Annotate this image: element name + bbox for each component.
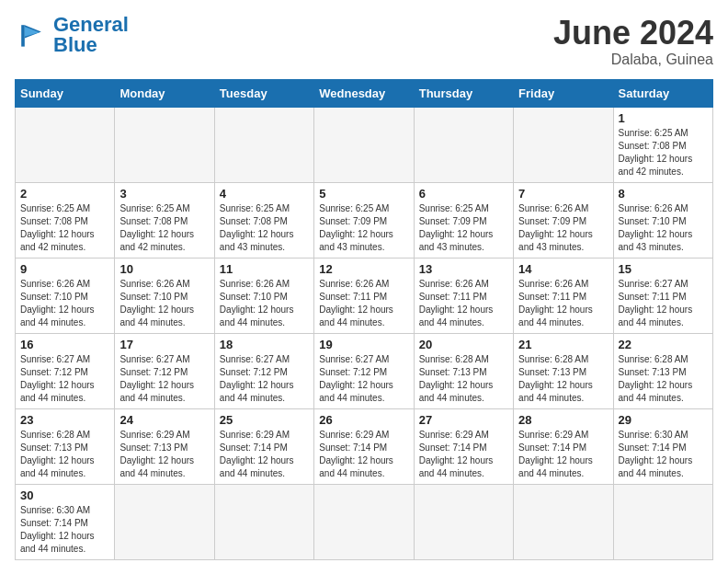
day-number: 6 — [419, 187, 508, 201]
weekday-header-friday: Friday — [514, 79, 613, 107]
day-info: Sunrise: 6:27 AM Sunset: 7:11 PM Dayligh… — [619, 278, 708, 329]
calendar-day: 27Sunrise: 6:29 AM Sunset: 7:14 PM Dayli… — [414, 408, 513, 484]
calendar-day — [115, 107, 214, 182]
day-info: Sunrise: 6:29 AM Sunset: 7:14 PM Dayligh… — [220, 429, 309, 480]
day-number: 28 — [518, 413, 608, 427]
calendar-table: SundayMondayTuesdayWednesdayThursdayFrid… — [15, 79, 713, 560]
calendar-day: 15Sunrise: 6:27 AM Sunset: 7:11 PM Dayli… — [613, 258, 712, 333]
weekday-header-wednesday: Wednesday — [314, 79, 414, 107]
day-info: Sunrise: 6:25 AM Sunset: 7:08 PM Dayligh… — [619, 127, 708, 178]
day-number: 26 — [319, 413, 408, 427]
day-info: Sunrise: 6:26 AM Sunset: 7:10 PM Dayligh… — [619, 202, 708, 254]
day-number: 25 — [220, 413, 309, 427]
weekday-header-tuesday: Tuesday — [214, 79, 313, 107]
day-info: Sunrise: 6:29 AM Sunset: 7:13 PM Dayligh… — [119, 429, 209, 480]
calendar-week-row: 30Sunrise: 6:30 AM Sunset: 7:14 PM Dayli… — [16, 484, 713, 559]
day-info: Sunrise: 6:27 AM Sunset: 7:12 PM Dayligh… — [119, 353, 209, 405]
calendar-day — [214, 484, 313, 559]
generalblue-logo-icon — [15, 18, 48, 52]
calendar-day: 8Sunrise: 6:26 AM Sunset: 7:10 PM Daylig… — [613, 182, 712, 258]
weekday-header-saturday: Saturday — [613, 79, 712, 107]
day-number: 21 — [518, 338, 608, 351]
calendar-header: SundayMondayTuesdayWednesdayThursdayFrid… — [16, 79, 713, 107]
calendar-day: 26Sunrise: 6:29 AM Sunset: 7:14 PM Dayli… — [314, 408, 414, 484]
title-block: June 2024 Dalaba, Guinea — [553, 15, 713, 68]
calendar-week-row: 2Sunrise: 6:25 AM Sunset: 7:08 PM Daylig… — [16, 182, 713, 258]
day-number: 24 — [119, 413, 209, 427]
calendar-day: 29Sunrise: 6:30 AM Sunset: 7:14 PM Dayli… — [613, 408, 712, 484]
calendar-day: 28Sunrise: 6:29 AM Sunset: 7:14 PM Dayli… — [514, 408, 613, 484]
calendar-week-row: 16Sunrise: 6:27 AM Sunset: 7:12 PM Dayli… — [16, 333, 713, 408]
day-info: Sunrise: 6:27 AM Sunset: 7:12 PM Dayligh… — [319, 353, 408, 405]
day-number: 1 — [619, 111, 708, 125]
day-number: 15 — [619, 262, 708, 276]
weekday-header-row: SundayMondayTuesdayWednesdayThursdayFrid… — [16, 79, 713, 107]
day-info: Sunrise: 6:26 AM Sunset: 7:10 PM Dayligh… — [119, 278, 209, 329]
day-info: Sunrise: 6:25 AM Sunset: 7:08 PM Dayligh… — [119, 202, 209, 254]
day-number: 29 — [619, 413, 708, 427]
logo: General Blue — [15, 15, 129, 55]
calendar-day: 12Sunrise: 6:26 AM Sunset: 7:11 PM Dayli… — [314, 258, 414, 333]
day-info: Sunrise: 6:28 AM Sunset: 7:13 PM Dayligh… — [419, 353, 508, 405]
calendar-day: 25Sunrise: 6:29 AM Sunset: 7:14 PM Dayli… — [214, 408, 313, 484]
day-number: 27 — [419, 413, 508, 427]
day-info: Sunrise: 6:30 AM Sunset: 7:14 PM Dayligh… — [20, 504, 109, 556]
calendar-week-row: 9Sunrise: 6:26 AM Sunset: 7:10 PM Daylig… — [16, 258, 713, 333]
calendar-day — [314, 484, 414, 559]
day-number: 9 — [20, 262, 109, 276]
day-number: 20 — [419, 338, 508, 351]
day-number: 7 — [518, 187, 608, 201]
day-number: 14 — [518, 262, 608, 276]
day-info: Sunrise: 6:25 AM Sunset: 7:08 PM Dayligh… — [220, 202, 309, 254]
month-year: June 2024 — [553, 15, 713, 52]
calendar-day: 7Sunrise: 6:26 AM Sunset: 7:09 PM Daylig… — [514, 182, 613, 258]
weekday-header-monday: Monday — [115, 79, 214, 107]
calendar-day: 21Sunrise: 6:28 AM Sunset: 7:13 PM Dayli… — [514, 333, 613, 408]
calendar-day: 13Sunrise: 6:26 AM Sunset: 7:11 PM Dayli… — [414, 258, 513, 333]
day-info: Sunrise: 6:28 AM Sunset: 7:13 PM Dayligh… — [20, 429, 109, 480]
calendar-day: 24Sunrise: 6:29 AM Sunset: 7:13 PM Dayli… — [115, 408, 214, 484]
day-info: Sunrise: 6:26 AM Sunset: 7:11 PM Dayligh… — [518, 278, 608, 329]
day-info: Sunrise: 6:30 AM Sunset: 7:14 PM Dayligh… — [619, 429, 708, 480]
day-info: Sunrise: 6:29 AM Sunset: 7:14 PM Dayligh… — [319, 429, 408, 480]
calendar-week-row: 23Sunrise: 6:28 AM Sunset: 7:13 PM Dayli… — [16, 408, 713, 484]
logo-text: General Blue — [53, 15, 129, 55]
day-number: 4 — [220, 187, 309, 201]
calendar-week-row: 1Sunrise: 6:25 AM Sunset: 7:08 PM Daylig… — [16, 107, 713, 182]
day-number: 22 — [619, 338, 708, 351]
day-info: Sunrise: 6:25 AM Sunset: 7:08 PM Dayligh… — [20, 202, 109, 254]
calendar-day: 1Sunrise: 6:25 AM Sunset: 7:08 PM Daylig… — [613, 107, 712, 182]
day-number: 8 — [619, 187, 708, 201]
calendar-day: 18Sunrise: 6:27 AM Sunset: 7:12 PM Dayli… — [214, 333, 313, 408]
day-info: Sunrise: 6:26 AM Sunset: 7:11 PM Dayligh… — [419, 278, 508, 329]
day-info: Sunrise: 6:29 AM Sunset: 7:14 PM Dayligh… — [518, 429, 608, 480]
day-info: Sunrise: 6:27 AM Sunset: 7:12 PM Dayligh… — [220, 353, 309, 405]
header: General Blue June 2024 Dalaba, Guinea — [15, 15, 713, 68]
calendar-day — [314, 107, 414, 182]
day-number: 13 — [419, 262, 508, 276]
svg-rect-3 — [21, 25, 25, 46]
day-number: 17 — [119, 338, 209, 351]
day-number: 18 — [220, 338, 309, 351]
calendar-day — [115, 484, 214, 559]
day-info: Sunrise: 6:26 AM Sunset: 7:10 PM Dayligh… — [20, 278, 109, 329]
calendar-day: 4Sunrise: 6:25 AM Sunset: 7:08 PM Daylig… — [214, 182, 313, 258]
day-number: 2 — [20, 187, 109, 201]
calendar-day — [16, 107, 115, 182]
day-number: 23 — [20, 413, 109, 427]
day-info: Sunrise: 6:26 AM Sunset: 7:10 PM Dayligh… — [220, 278, 309, 329]
page: General Blue June 2024 Dalaba, Guinea Su… — [0, 0, 728, 563]
weekday-header-thursday: Thursday — [414, 79, 513, 107]
day-number: 10 — [119, 262, 209, 276]
calendar-day: 6Sunrise: 6:25 AM Sunset: 7:09 PM Daylig… — [414, 182, 513, 258]
calendar-day — [514, 484, 613, 559]
calendar-day — [613, 484, 712, 559]
day-info: Sunrise: 6:25 AM Sunset: 7:09 PM Dayligh… — [419, 202, 508, 254]
calendar-day: 3Sunrise: 6:25 AM Sunset: 7:08 PM Daylig… — [115, 182, 214, 258]
calendar-day: 23Sunrise: 6:28 AM Sunset: 7:13 PM Dayli… — [16, 408, 115, 484]
calendar-day: 10Sunrise: 6:26 AM Sunset: 7:10 PM Dayli… — [115, 258, 214, 333]
day-info: Sunrise: 6:25 AM Sunset: 7:09 PM Dayligh… — [319, 202, 408, 254]
day-number: 16 — [20, 338, 109, 351]
day-info: Sunrise: 6:26 AM Sunset: 7:11 PM Dayligh… — [319, 278, 408, 329]
calendar-day — [414, 484, 513, 559]
